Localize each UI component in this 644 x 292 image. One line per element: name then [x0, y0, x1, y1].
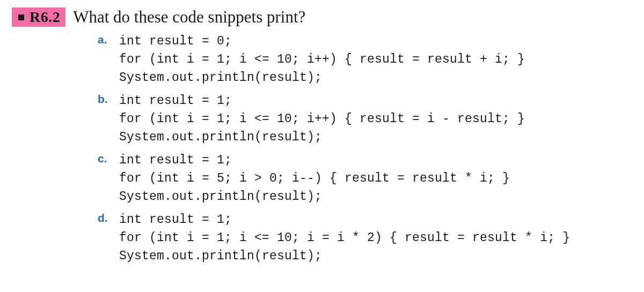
item-label: d.: [98, 211, 119, 224]
list-item: b. int result = 1; for (int i = 1; i <= …: [98, 92, 628, 146]
bullet-square-icon: [18, 14, 24, 20]
exercise-heading: R6.2 What do these code snippets print?: [12, 8, 628, 27]
code-snippet: int result = 1; for (int i = 1; i <= 10;…: [119, 92, 525, 146]
item-label: b.: [98, 92, 119, 106]
exercise-number-badge: R6.2: [12, 8, 65, 27]
code-snippet: int result = 1; for (int i = 1; i <= 10;…: [119, 211, 570, 265]
exercise-question: What do these code snippets print?: [73, 8, 305, 27]
code-snippet: int result = 0; for (int i = 1; i <= 10;…: [119, 32, 525, 87]
item-label: a.: [98, 32, 119, 46]
list-item: a. int result = 0; for (int i = 1; i <= …: [98, 32, 628, 87]
code-snippet: int result = 1; for (int i = 5; i > 0; i…: [119, 151, 510, 206]
exercise-container: R6.2 What do these code snippets print? …: [0, 0, 644, 276]
item-label: c.: [98, 151, 119, 165]
list-item: d. int result = 1; for (int i = 1; i <= …: [98, 211, 628, 265]
list-item: c. int result = 1; for (int i = 5; i > 0…: [98, 151, 628, 206]
snippet-list: a. int result = 0; for (int i = 1; i <= …: [12, 32, 628, 265]
exercise-number: R6.2: [30, 9, 60, 26]
